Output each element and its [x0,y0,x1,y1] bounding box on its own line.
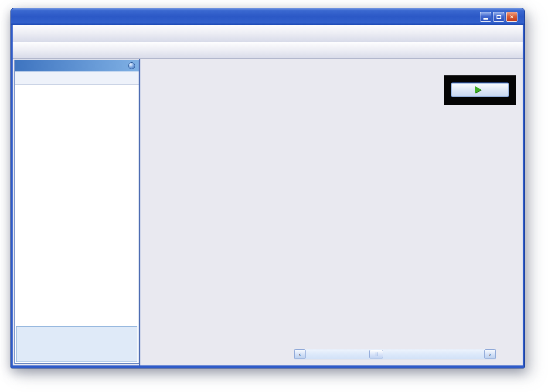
play-icon [475,86,481,93]
sidebar [14,60,139,364]
close-button[interactable]: ✕ [506,12,517,22]
sidebar-header [15,60,139,71]
maximize-button[interactable] [493,12,504,22]
axis-info-box [16,326,137,362]
minimize-icon [483,18,488,20]
maximize-icon [497,15,501,19]
measure-start-button[interactable] [451,82,509,97]
waveform-canvas [293,133,496,330]
scroll-left-button[interactable]: ‹ [294,349,306,359]
scroll-thumb[interactable] [369,350,383,358]
graph-panel: ‹ › [140,59,523,365]
main-area: ‹ › [13,59,523,365]
window-content: ‹ › [13,25,523,365]
window-controls: ✕ [480,12,517,22]
horizontal-scrollbar[interactable]: ‹ › [294,349,496,359]
toolbar-main [13,25,523,42]
property-grid [15,84,139,324]
minimize-button[interactable] [480,12,491,22]
graph-window: ✕ [10,8,525,368]
scroll-right-button[interactable]: › [484,349,496,359]
close-icon: ✕ [510,14,514,20]
waveform-plot[interactable] [293,133,496,330]
toolbar-view [13,42,523,59]
sidebar-tabs [15,71,139,84]
titlebar[interactable]: ✕ [11,8,524,25]
measure-start-panel [444,75,516,105]
pin-icon[interactable] [128,62,135,69]
